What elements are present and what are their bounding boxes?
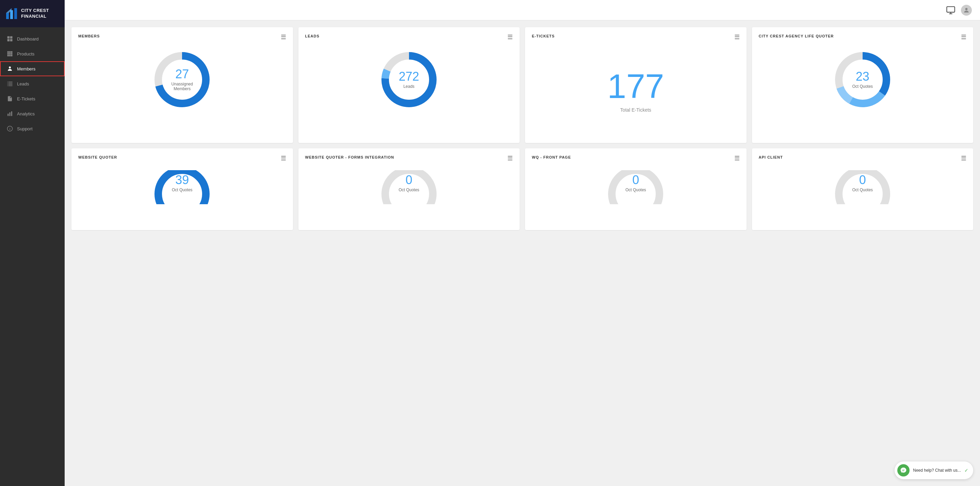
analytics-label: Analytics bbox=[17, 111, 35, 116]
widget-wq-front: WQ - FRONT PAGE ☰ 0 Oct Quotes bbox=[525, 148, 746, 230]
user-avatar[interactable] bbox=[961, 5, 972, 16]
widget-api-menu[interactable]: ☰ bbox=[961, 155, 966, 161]
svg-rect-16 bbox=[11, 55, 13, 56]
svg-rect-12 bbox=[9, 53, 11, 55]
ccq-center: 23 Oct Quotes bbox=[852, 70, 873, 89]
leads-donut: 272 Leads bbox=[379, 49, 440, 110]
sidebar-item-analytics[interactable]: Analytics bbox=[0, 106, 65, 121]
wqfi-label: Oct Quotes bbox=[398, 188, 419, 192]
file-icon bbox=[7, 96, 13, 102]
widget-members-title: MEMBERS bbox=[78, 34, 100, 38]
svg-rect-28 bbox=[11, 111, 12, 116]
widget-wqfp-menu[interactable]: ☰ bbox=[734, 155, 740, 161]
svg-rect-2 bbox=[14, 8, 17, 19]
svg-rect-18 bbox=[8, 82, 8, 82]
svg-rect-14 bbox=[8, 55, 9, 56]
chat-label: Need help? Chat with us... bbox=[913, 468, 961, 473]
dashboard-grid: MEMBERS ☰ 27 UnassignedMembers LEADS ☰ bbox=[65, 21, 980, 486]
wq-value: 39 bbox=[172, 174, 192, 186]
svg-rect-22 bbox=[8, 84, 8, 85]
widget-members-header: MEMBERS ☰ bbox=[78, 34, 286, 40]
members-value: 27 bbox=[172, 68, 193, 80]
leads-center: 272 Leads bbox=[399, 70, 419, 89]
svg-rect-31 bbox=[947, 6, 955, 12]
leads-label: Leads bbox=[399, 84, 419, 89]
svg-point-34 bbox=[966, 8, 968, 10]
svg-rect-9 bbox=[9, 51, 11, 53]
svg-rect-10 bbox=[11, 51, 13, 53]
sidebar-item-leads[interactable]: Leads bbox=[0, 76, 65, 91]
svg-rect-24 bbox=[8, 85, 8, 86]
svg-rect-11 bbox=[8, 53, 9, 55]
svg-rect-6 bbox=[8, 39, 10, 41]
widget-wqfp-title: WQ - FRONT PAGE bbox=[532, 155, 571, 159]
widget-website-quoter: WEBSITE QUOTER ☰ 39 Oct Quotes bbox=[72, 148, 293, 230]
chat-icon bbox=[897, 464, 910, 476]
widget-members-menu[interactable]: ☰ bbox=[281, 34, 286, 40]
widget-leads-header: LEADS ☰ bbox=[305, 34, 513, 40]
wqfi-value: 0 bbox=[398, 174, 419, 186]
svg-rect-25 bbox=[8, 85, 13, 86]
chat-chevron-icon: ✓ bbox=[964, 468, 969, 473]
api-label: Oct Quotes bbox=[852, 188, 873, 192]
widget-etickets-header: E-TICKETS ☰ bbox=[532, 34, 740, 40]
wqfp-donut: 0 Oct Quotes bbox=[605, 170, 666, 204]
widget-wqfp-header: WQ - FRONT PAGE ☰ bbox=[532, 155, 740, 161]
svg-text:i: i bbox=[10, 127, 11, 131]
main-area: MEMBERS ☰ 27 UnassignedMembers LEADS ☰ bbox=[65, 0, 980, 486]
widget-wq-menu[interactable]: ☰ bbox=[281, 155, 286, 161]
widget-ccq-header: CITY CREST AGENCY LIFE QUOTER ☰ bbox=[759, 34, 967, 40]
sidebar-item-products[interactable]: Products bbox=[0, 46, 65, 61]
info-icon: i bbox=[7, 126, 13, 132]
person-icon bbox=[7, 66, 13, 72]
svg-rect-21 bbox=[8, 83, 13, 84]
ccq-donut: 23 Oct Quotes bbox=[832, 49, 893, 110]
widget-leads-menu[interactable]: ☰ bbox=[508, 34, 513, 40]
svg-rect-15 bbox=[9, 55, 11, 56]
monitor-icon[interactable] bbox=[946, 5, 956, 15]
svg-rect-26 bbox=[8, 114, 8, 116]
etickets-value: 177 bbox=[608, 69, 664, 103]
members-center: 27 UnassignedMembers bbox=[172, 68, 193, 91]
wqfp-label: Oct Quotes bbox=[625, 188, 646, 192]
wq-label: Oct Quotes bbox=[172, 188, 192, 192]
bar-icon bbox=[7, 111, 13, 117]
members-label: Members bbox=[17, 66, 35, 72]
wqfp-value: 0 bbox=[625, 174, 646, 186]
chat-widget[interactable]: Need help? Chat with us... ✓ bbox=[894, 462, 973, 479]
sidebar-item-dashboard[interactable]: Dashboard bbox=[0, 31, 65, 46]
etickets-label: Total E-Tickets bbox=[620, 107, 651, 113]
widget-api-header: API CLIENT ☰ bbox=[759, 155, 967, 161]
svg-rect-19 bbox=[8, 82, 13, 82]
svg-rect-0 bbox=[6, 13, 9, 19]
svg-point-17 bbox=[9, 66, 11, 69]
leads-value: 272 bbox=[399, 70, 419, 83]
nav-menu: Dashboard Products Members bbox=[0, 27, 65, 140]
ccq-value: 23 bbox=[852, 70, 873, 83]
widget-ccq-menu[interactable]: ☰ bbox=[961, 34, 966, 40]
etickets-label: E-Tickets bbox=[17, 96, 35, 101]
apps-icon bbox=[7, 51, 13, 57]
api-value: 0 bbox=[852, 174, 873, 186]
sidebar-item-etickets[interactable]: E-Tickets bbox=[0, 91, 65, 106]
widget-etickets: E-TICKETS ☰ 177 Total E-Tickets bbox=[525, 27, 746, 143]
logo-area: CITY CRESTFINANCIAL bbox=[0, 0, 65, 27]
members-label: UnassignedMembers bbox=[172, 82, 193, 91]
support-label: Support bbox=[17, 126, 33, 131]
sidebar-item-members[interactable]: Members bbox=[0, 61, 65, 76]
widget-api-client: API CLIENT ☰ 0 Oct Quotes bbox=[752, 148, 974, 230]
sidebar: CITY CRESTFINANCIAL Dashboard Products bbox=[0, 0, 65, 486]
widget-wq-header: WEBSITE QUOTER ☰ bbox=[78, 155, 286, 161]
widget-wqfi: WEBSITE QUOTER - FORMS INTEGRATION ☰ 0 O… bbox=[298, 148, 520, 230]
brand-name: CITY CRESTFINANCIAL bbox=[21, 8, 49, 19]
list-icon bbox=[7, 81, 13, 87]
svg-rect-8 bbox=[8, 51, 9, 53]
widget-etickets-menu[interactable]: ☰ bbox=[734, 34, 740, 40]
sidebar-item-support[interactable]: i Support bbox=[0, 121, 65, 136]
widget-etickets-title: E-TICKETS bbox=[532, 34, 555, 38]
widget-wqfi-menu[interactable]: ☰ bbox=[508, 155, 513, 161]
svg-rect-7 bbox=[10, 39, 13, 41]
widget-api-title: API CLIENT bbox=[759, 155, 783, 159]
ccq-label: Oct Quotes bbox=[852, 84, 873, 89]
widget-leads: LEADS ☰ 272 Leads bbox=[298, 27, 520, 143]
